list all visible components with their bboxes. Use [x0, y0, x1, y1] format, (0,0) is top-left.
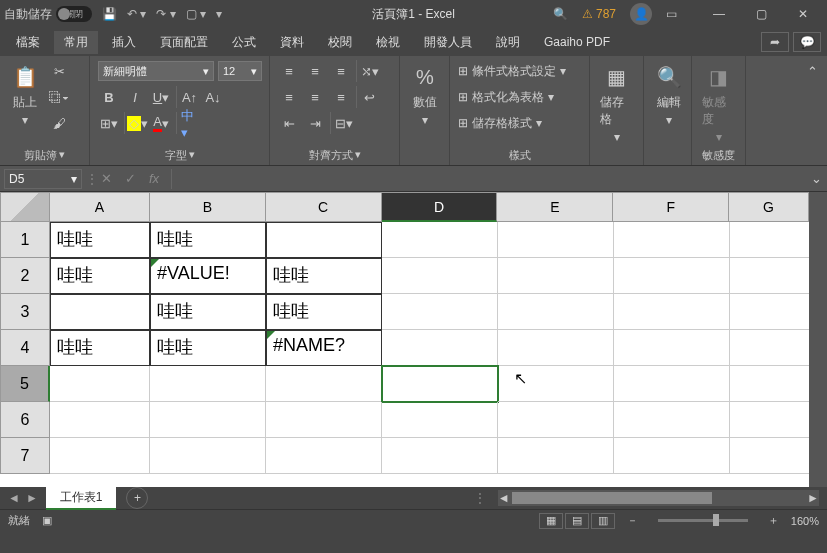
- merge-icon[interactable]: ⊟▾: [330, 112, 352, 134]
- indent-inc-icon[interactable]: ⇥: [304, 112, 326, 134]
- column-header-E[interactable]: E: [497, 192, 613, 222]
- zoom-in-button[interactable]: ＋: [768, 513, 779, 528]
- format-painter-icon[interactable]: 🖌: [48, 112, 70, 134]
- cell-F3[interactable]: [614, 294, 730, 330]
- cell-E6[interactable]: [498, 402, 614, 438]
- expand-formula-icon[interactable]: ⌄: [805, 168, 827, 190]
- cell-A2[interactable]: 哇哇: [50, 258, 150, 294]
- cell-G1[interactable]: [730, 222, 810, 258]
- row-header-6[interactable]: 6: [0, 402, 50, 438]
- redo-icon[interactable]: ↷ ▾: [156, 7, 175, 21]
- row-header-3[interactable]: 3: [0, 294, 50, 330]
- collapse-ribbon-icon[interactable]: ⌃: [801, 60, 823, 82]
- qat-more[interactable]: ▾: [216, 7, 222, 21]
- column-header-C[interactable]: C: [266, 192, 382, 222]
- cell-G6[interactable]: [730, 402, 810, 438]
- column-header-D[interactable]: D: [382, 192, 498, 222]
- sheet-nav-next-icon[interactable]: ►: [26, 491, 38, 505]
- cell-G2[interactable]: [730, 258, 810, 294]
- sheet-nav-prev-icon[interactable]: ◄: [8, 491, 20, 505]
- zoom-out-button[interactable]: －: [627, 513, 638, 528]
- align-top-icon[interactable]: ≡: [278, 60, 300, 82]
- cell-A7[interactable]: [50, 438, 150, 474]
- cell-D4[interactable]: [382, 330, 498, 366]
- macro-record-icon[interactable]: ▣: [42, 514, 52, 527]
- cell-B6[interactable]: [150, 402, 266, 438]
- fill-color-button[interactable]: ◇▾: [124, 112, 146, 134]
- format-as-table-button[interactable]: ⊞ 格式化為表格 ▾: [458, 86, 554, 108]
- cell-D3[interactable]: [382, 294, 498, 330]
- align-center-icon[interactable]: ≡: [304, 86, 326, 108]
- cell-A3[interactable]: [50, 294, 150, 330]
- cell-E7[interactable]: [498, 438, 614, 474]
- font-color-button[interactable]: A▾: [150, 112, 172, 134]
- row-header-5[interactable]: 5: [0, 366, 50, 402]
- grow-font-button[interactable]: A↑: [176, 86, 198, 108]
- underline-button[interactable]: U▾: [150, 86, 172, 108]
- cell-D7[interactable]: [382, 438, 498, 474]
- cell-G7[interactable]: [730, 438, 810, 474]
- cell-F2[interactable]: [614, 258, 730, 294]
- ribbon-display-icon[interactable]: ▭: [666, 7, 677, 21]
- zoom-level[interactable]: 160%: [791, 515, 819, 527]
- indent-dec-icon[interactable]: ⇤: [278, 112, 300, 134]
- zoom-slider[interactable]: [658, 519, 748, 522]
- camera-icon[interactable]: ▢ ▾: [186, 7, 206, 21]
- minimize-button[interactable]: ―: [699, 2, 739, 26]
- cell-E5[interactable]: [498, 366, 614, 402]
- font-name-combo[interactable]: 新細明體▾: [98, 61, 214, 81]
- comments-button[interactable]: 💬: [793, 32, 821, 52]
- cut-icon[interactable]: ✂: [48, 60, 70, 82]
- cell-C1[interactable]: [266, 222, 382, 258]
- cell-B2[interactable]: #VALUE!: [150, 258, 266, 294]
- cell-F7[interactable]: [614, 438, 730, 474]
- cell-C4[interactable]: #NAME?: [266, 330, 382, 366]
- cancel-formula-icon[interactable]: ✕: [95, 168, 117, 190]
- column-header-G[interactable]: G: [729, 192, 809, 222]
- cell-C7[interactable]: [266, 438, 382, 474]
- align-mid-icon[interactable]: ≡: [304, 60, 326, 82]
- close-button[interactable]: ✕: [783, 2, 823, 26]
- cell-A6[interactable]: [50, 402, 150, 438]
- cell-F1[interactable]: [614, 222, 730, 258]
- sensitivity-button[interactable]: ◨ 敏感度▾: [700, 60, 737, 146]
- cell-E3[interactable]: [498, 294, 614, 330]
- cell-C3[interactable]: 哇哇: [266, 294, 382, 330]
- undo-icon[interactable]: ↶ ▾: [127, 7, 146, 21]
- autosave-toggle[interactable]: 關閉: [56, 6, 92, 22]
- copy-icon[interactable]: ⿻▾: [48, 86, 70, 108]
- cell-E2[interactable]: [498, 258, 614, 294]
- phonetic-button[interactable]: 中▾: [176, 112, 198, 134]
- edit-button[interactable]: 🔍 編輯▾: [652, 60, 686, 129]
- tab-layout[interactable]: 頁面配置: [150, 31, 218, 54]
- cell-D5[interactable]: [382, 366, 498, 402]
- formula-input[interactable]: [171, 169, 805, 189]
- cell-A1[interactable]: 哇哇: [50, 222, 150, 258]
- select-all-corner[interactable]: [0, 192, 50, 222]
- cell-D2[interactable]: [382, 258, 498, 294]
- column-header-F[interactable]: F: [613, 192, 729, 222]
- cell-C6[interactable]: [266, 402, 382, 438]
- cell-B5[interactable]: [150, 366, 266, 402]
- column-header-A[interactable]: A: [50, 192, 150, 222]
- conditional-format-button[interactable]: ⊞ 條件式格式設定 ▾: [458, 60, 566, 82]
- row-header-7[interactable]: 7: [0, 438, 50, 474]
- cell-C5[interactable]: [266, 366, 382, 402]
- cell-styles-button[interactable]: ⊞ 儲存格樣式 ▾: [458, 112, 542, 134]
- tab-file[interactable]: 檔案: [6, 31, 50, 54]
- cell-G3[interactable]: [730, 294, 810, 330]
- row-header-2[interactable]: 2: [0, 258, 50, 294]
- align-right-icon[interactable]: ≡: [330, 86, 352, 108]
- view-pagebreak-icon[interactable]: ▥: [591, 513, 615, 529]
- search-icon[interactable]: 🔍: [553, 7, 568, 21]
- view-normal-icon[interactable]: ▦: [539, 513, 563, 529]
- align-left-icon[interactable]: ≡: [278, 86, 300, 108]
- cell-F6[interactable]: [614, 402, 730, 438]
- cell-E1[interactable]: [498, 222, 614, 258]
- cell-G5[interactable]: [730, 366, 810, 402]
- save-icon[interactable]: 💾: [102, 7, 117, 21]
- share-button[interactable]: ➦: [761, 32, 789, 52]
- wrap-text-icon[interactable]: ↩: [356, 86, 378, 108]
- cell-D1[interactable]: [382, 222, 498, 258]
- tab-formula[interactable]: 公式: [222, 31, 266, 54]
